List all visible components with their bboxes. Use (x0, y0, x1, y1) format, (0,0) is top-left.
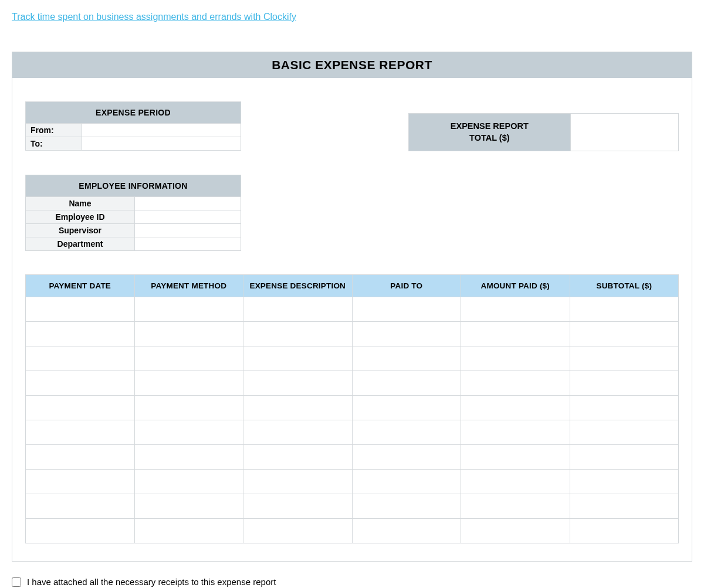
employee-row-label: Employee ID (26, 210, 135, 224)
table-row (26, 297, 679, 322)
expense-cell[interactable] (461, 445, 570, 470)
expense-cell[interactable] (352, 371, 461, 396)
period-to-label: To: (26, 137, 82, 151)
confirmation-row: I have attached all the necessary receip… (12, 577, 692, 587)
expense-cell[interactable] (352, 396, 461, 420)
expense-cell[interactable] (461, 420, 570, 445)
expense-column-header: PAID TO (352, 275, 461, 297)
expense-cell[interactable] (134, 470, 243, 494)
expense-cell[interactable] (570, 346, 679, 371)
expense-cell[interactable] (570, 519, 679, 543)
expense-cell[interactable] (26, 494, 135, 519)
period-header: EXPENSE PERIOD (26, 102, 241, 124)
expense-line-items-table: PAYMENT DATEPAYMENT METHODEXPENSE DESCRI… (25, 274, 679, 543)
table-row (26, 445, 679, 470)
expense-cell[interactable] (26, 396, 135, 420)
expense-cell[interactable] (352, 346, 461, 371)
expense-cell[interactable] (352, 297, 461, 322)
expense-cell[interactable] (243, 297, 353, 322)
total-label: EXPENSE REPORT TOTAL ($) (408, 113, 571, 151)
expense-cell[interactable] (243, 371, 353, 396)
expense-cell[interactable] (570, 494, 679, 519)
expense-cell[interactable] (26, 322, 135, 346)
expense-cell[interactable] (461, 396, 570, 420)
employee-row-value[interactable] (135, 237, 241, 251)
expense-cell[interactable] (26, 297, 135, 322)
expense-cell[interactable] (461, 322, 570, 346)
expense-cell[interactable] (243, 322, 353, 346)
expense-cell[interactable] (352, 519, 461, 543)
expense-cell[interactable] (134, 346, 243, 371)
expense-column-header: EXPENSE DESCRIPTION (243, 275, 353, 297)
expense-cell[interactable] (352, 420, 461, 445)
expense-cell[interactable] (352, 494, 461, 519)
expense-cell[interactable] (134, 371, 243, 396)
period-from-value[interactable] (82, 124, 241, 137)
expense-cell[interactable] (243, 519, 353, 543)
expense-cell[interactable] (134, 322, 243, 346)
expense-cell[interactable] (570, 420, 679, 445)
expense-cell[interactable] (570, 371, 679, 396)
total-label-line2: TOTAL ($) (469, 132, 509, 144)
period-to-value[interactable] (82, 137, 241, 151)
report-container: BASIC EXPENSE REPORT EXPENSE PERIOD From… (12, 52, 692, 562)
expense-column-header: SUBTOTAL ($) (570, 275, 679, 297)
expense-cell[interactable] (243, 445, 353, 470)
table-row (26, 371, 679, 396)
expense-cell[interactable] (461, 297, 570, 322)
employee-row-label: Department (26, 237, 135, 251)
expense-cell[interactable] (26, 445, 135, 470)
table-row (26, 494, 679, 519)
expense-cell[interactable] (461, 346, 570, 371)
total-label-line1: EXPENSE REPORT (451, 121, 529, 132)
period-from-label: From: (26, 124, 82, 137)
table-row (26, 322, 679, 346)
employee-row-value[interactable] (135, 210, 241, 224)
table-row (26, 470, 679, 494)
expense-column-header: AMOUNT PAID ($) (461, 275, 570, 297)
expense-cell[interactable] (243, 494, 353, 519)
expense-cell[interactable] (243, 346, 353, 371)
total-value[interactable] (571, 113, 679, 151)
employee-row-label: Supervisor (26, 224, 135, 237)
expense-cell[interactable] (134, 297, 243, 322)
expense-cell[interactable] (570, 322, 679, 346)
expense-cell[interactable] (243, 420, 353, 445)
total-box: EXPENSE REPORT TOTAL ($) (408, 113, 679, 151)
clockify-link[interactable]: Track time spent on business assignments… (12, 12, 296, 22)
table-row (26, 346, 679, 371)
expense-cell[interactable] (461, 371, 570, 396)
expense-column-header: PAYMENT METHOD (134, 275, 243, 297)
expense-cell[interactable] (352, 470, 461, 494)
expense-cell[interactable] (26, 346, 135, 371)
expense-cell[interactable] (352, 445, 461, 470)
employee-row-value[interactable] (135, 197, 241, 210)
expense-cell[interactable] (352, 322, 461, 346)
expense-cell[interactable] (461, 494, 570, 519)
expense-cell[interactable] (243, 470, 353, 494)
receipts-checkbox[interactable] (12, 577, 21, 587)
expense-cell[interactable] (570, 470, 679, 494)
expense-cell[interactable] (26, 371, 135, 396)
table-row (26, 519, 679, 543)
expense-cell[interactable] (461, 470, 570, 494)
expense-cell[interactable] (134, 445, 243, 470)
expense-cell[interactable] (26, 519, 135, 543)
expense-cell[interactable] (134, 519, 243, 543)
expense-cell[interactable] (134, 494, 243, 519)
expense-cell[interactable] (570, 297, 679, 322)
employee-row-value[interactable] (135, 224, 241, 237)
expense-cell[interactable] (243, 396, 353, 420)
receipts-label[interactable]: I have attached all the necessary receip… (27, 577, 276, 587)
employee-info-table: EMPLOYEE INFORMATION NameEmployee IDSupe… (25, 175, 241, 251)
expense-cell[interactable] (570, 396, 679, 420)
expense-cell[interactable] (134, 420, 243, 445)
expense-cell[interactable] (570, 445, 679, 470)
employee-row-label: Name (26, 197, 135, 210)
expense-cell[interactable] (134, 396, 243, 420)
expense-cell[interactable] (26, 420, 135, 445)
expense-cell[interactable] (26, 470, 135, 494)
employee-header: EMPLOYEE INFORMATION (26, 175, 241, 197)
table-row (26, 396, 679, 420)
expense-cell[interactable] (461, 519, 570, 543)
